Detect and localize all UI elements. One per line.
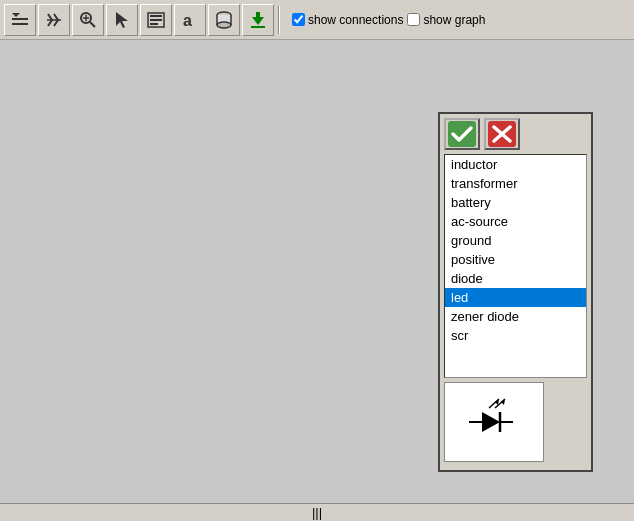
show-connections-label[interactable]: show connections [292,13,403,27]
svg-rect-11 [150,23,158,25]
list-item[interactable]: inductor [445,155,586,174]
svg-rect-9 [150,15,162,17]
zoom-icon [78,10,98,30]
ok-icon [448,121,476,147]
ok-button[interactable] [444,118,480,150]
svg-line-4 [90,22,95,27]
tool2-icon [44,10,64,30]
svg-marker-7 [116,12,128,28]
list-icon [146,10,166,30]
cursor-icon [112,10,132,30]
svg-marker-25 [482,412,500,432]
show-connections-checkbox[interactable] [292,13,305,26]
led-preview-svg [467,397,522,447]
show-connections-text: show connections [308,13,403,27]
component-list-container: inductortransformerbatteryac-sourcegroun… [444,154,587,378]
tool1-icon [10,10,30,30]
svg-point-15 [217,22,231,28]
list-item[interactable]: zener diode [445,307,586,326]
list-item[interactable]: battery [445,193,586,212]
svg-marker-2 [12,13,20,17]
toolbar-separator [278,6,280,34]
statusbar-text: ||| [312,505,322,520]
svg-marker-18 [252,12,264,25]
tool-unknown1-button[interactable] [4,4,36,36]
list-item[interactable]: scr [445,326,586,345]
cylinder-button[interactable] [208,4,240,36]
toolbar: a show connections show graph [0,0,634,40]
statusbar: ||| [0,503,634,521]
cylinder-icon [214,10,234,30]
svg-rect-1 [12,23,28,25]
list-item[interactable]: ground [445,231,586,250]
component-list: inductortransformerbatteryac-sourcegroun… [445,155,586,377]
main-canvas: inductortransformerbatteryac-sourcegroun… [0,40,634,520]
svg-rect-19 [251,26,265,28]
tool-unknown2-button[interactable] [38,4,70,36]
download-button[interactable] [242,4,274,36]
text-icon: a [180,10,200,30]
show-graph-checkbox[interactable] [407,13,420,26]
cancel-icon [488,121,516,147]
preview-area [444,382,544,462]
zoom-button[interactable] [72,4,104,36]
list-button[interactable] [140,4,172,36]
panel-button-row [440,114,591,154]
text-button[interactable]: a [174,4,206,36]
checkbox-group: show connections show graph [292,13,485,27]
svg-text:a: a [183,12,192,29]
show-graph-label[interactable]: show graph [407,13,485,27]
component-panel: inductortransformerbatteryac-sourcegroun… [438,112,593,472]
cursor-button[interactable] [106,4,138,36]
svg-rect-10 [150,19,162,21]
list-item[interactable]: transformer [445,174,586,193]
svg-rect-0 [12,18,28,20]
list-item[interactable]: positive [445,250,586,269]
show-graph-text: show graph [423,13,485,27]
list-item[interactable]: ac-source [445,212,586,231]
list-item[interactable]: led [445,288,586,307]
list-item[interactable]: diode [445,269,586,288]
cancel-button[interactable] [484,118,520,150]
download-icon [248,10,268,30]
